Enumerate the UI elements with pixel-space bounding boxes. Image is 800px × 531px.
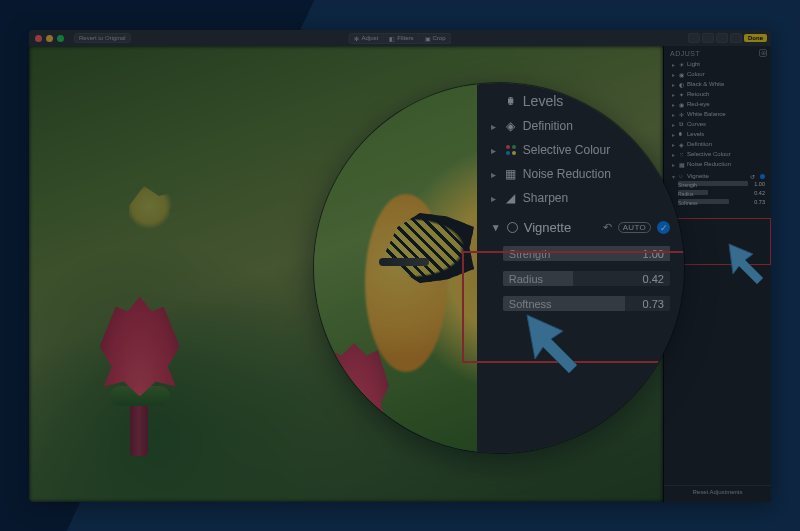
sidebar-item-levels[interactable]: ▸⧯Levels xyxy=(664,129,771,139)
noise-reduction-icon: ▦ xyxy=(505,168,517,180)
tab-crop[interactable]: ▣Crop xyxy=(420,33,452,44)
svg-point-2 xyxy=(506,151,510,155)
slider-radius[interactable]: Radius 0.42 xyxy=(503,267,670,289)
titlebar: Revert to Original ✻Adjust ◧Filters ▣Cro… xyxy=(29,30,771,46)
sidebar-item-noise[interactable]: ▸▦Noise Reduction xyxy=(664,159,771,169)
undo-icon[interactable]: ↶ xyxy=(603,221,612,234)
mode-tabs: ✻Adjust ◧Filters ▣Crop xyxy=(348,33,451,44)
zoom-row-sharpen[interactable]: ▸◢ Sharpen xyxy=(477,186,684,210)
app-window: Revert to Original ✻Adjust ◧Filters ▣Cro… xyxy=(29,30,771,502)
revert-button[interactable]: Revert to Original xyxy=(74,33,131,43)
sidebar-item-redeye[interactable]: ▸◉Red-eye xyxy=(664,99,771,109)
sidebar-item-retouch[interactable]: ▸✦Retouch xyxy=(664,89,771,99)
sidebar-title: ADJUST xyxy=(664,46,771,59)
sidebar-item-definition[interactable]: ▸◈Definition xyxy=(664,139,771,149)
svg-point-1 xyxy=(512,145,516,149)
minimize-window-button[interactable] xyxy=(46,35,53,42)
sharpen-icon: ◢ xyxy=(505,192,517,204)
mini-slider-softness[interactable]: Softness 0.73 xyxy=(664,199,771,208)
auto-button[interactable]: AUTO xyxy=(618,222,651,233)
toolbar-button-1[interactable] xyxy=(688,33,700,43)
zoom-row-noise[interactable]: ▸▦ Noise Reduction xyxy=(477,162,684,186)
sidebar-item-curves[interactable]: ▸⧉Curves xyxy=(664,119,771,129)
definition-icon: ◈ xyxy=(505,120,517,132)
slider-softness[interactable]: Softness 0.73 xyxy=(503,292,670,314)
vignette-icon xyxy=(507,222,518,233)
zoom-callout: ⧯ Levels ▸◈ Definition ▸ Selective Colou… xyxy=(314,83,684,453)
mini-slider-strength[interactable]: Strength 1.00 xyxy=(664,181,771,190)
svg-point-3 xyxy=(512,151,516,155)
zoom-vignette-section: ▼ Vignette ↶ AUTO ✓ Strength 1.00 xyxy=(477,214,684,314)
levels-icon: ⧯ xyxy=(505,95,517,107)
svg-point-0 xyxy=(506,145,510,149)
sidebar-item-bw[interactable]: ▸◐Black & White xyxy=(664,79,771,89)
sidebar-item-light[interactable]: ▸☀Light xyxy=(664,59,771,69)
sidebar-item-selective[interactable]: ▸⁙Selective Colour xyxy=(664,149,771,159)
close-window-button[interactable] xyxy=(35,35,42,42)
toolbar-button-4[interactable] xyxy=(730,33,742,43)
flower-shape xyxy=(80,276,200,456)
sidebar-item-colour[interactable]: ▸◉Colour xyxy=(664,69,771,79)
zoom-vignette-header[interactable]: ▼ Vignette ↶ AUTO ✓ xyxy=(477,214,684,239)
sidebar-item-vignette[interactable]: ▾○ Vignette ↺ xyxy=(664,171,771,181)
toolbar-button-2[interactable] xyxy=(702,33,714,43)
tab-adjust[interactable]: ✻Adjust xyxy=(348,33,384,44)
sidebar-item-wb[interactable]: ▸✛White Balance xyxy=(664,109,771,119)
toolbar-button-3[interactable] xyxy=(716,33,728,43)
reset-adjustments-button[interactable]: Reset Adjustments xyxy=(664,485,771,498)
done-button[interactable]: Done xyxy=(744,34,767,42)
add-adjustment-button[interactable]: ⊕ xyxy=(759,49,767,57)
titlebar-right: Done xyxy=(688,33,767,43)
slider-strength[interactable]: Strength 1.00 xyxy=(503,242,670,264)
window-controls xyxy=(35,35,64,42)
selective-colour-icon xyxy=(505,144,517,156)
fullscreen-window-button[interactable] xyxy=(57,35,64,42)
tab-filters[interactable]: ◧Filters xyxy=(384,33,419,44)
mini-slider-radius[interactable]: Radius 0.42 xyxy=(664,190,771,199)
enabled-check-icon[interactable]: ✓ xyxy=(657,221,670,234)
